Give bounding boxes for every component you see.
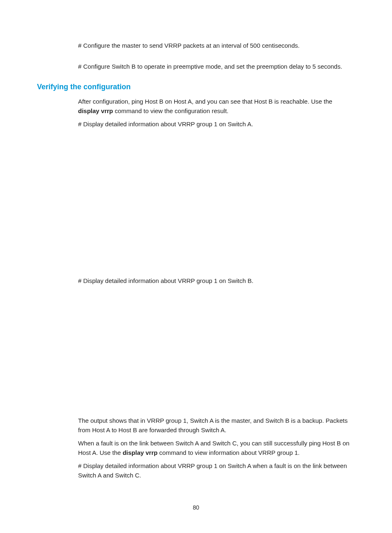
- bold-text: display vrrp: [122, 449, 157, 456]
- body-text: # Display detailed information about VRR…: [78, 461, 355, 480]
- text-run: command to view the configuration result…: [113, 107, 228, 114]
- page-content: # Configure the master to send VRRP pack…: [0, 0, 392, 480]
- body-text: # Display detailed information about VRR…: [78, 276, 355, 286]
- body-text: When a fault is on the link between Swit…: [78, 439, 355, 457]
- body-text: After configuration, ping Host B on Host…: [78, 97, 355, 116]
- body-text: The output shows that in VRRP group 1, S…: [78, 416, 355, 435]
- page-number: 80: [0, 504, 392, 511]
- body-text: # Configure the master to send VRRP pack…: [78, 41, 355, 51]
- section-heading: Verifying the configuration: [37, 83, 355, 91]
- body-text: # Configure Switch B to operate in preem…: [78, 62, 355, 72]
- content-gap: [78, 297, 355, 416]
- text-run: command to view information about VRRP g…: [157, 449, 300, 456]
- text-run: After configuration, ping Host B on Host…: [78, 98, 332, 105]
- content-gap: [78, 141, 355, 276]
- bold-text: display vrrp: [78, 107, 113, 114]
- body-text: # Display detailed information about VRR…: [78, 120, 355, 129]
- indented-block: # Configure the master to send VRRP pack…: [37, 41, 355, 71]
- indented-block: After configuration, ping Host B on Host…: [37, 97, 355, 480]
